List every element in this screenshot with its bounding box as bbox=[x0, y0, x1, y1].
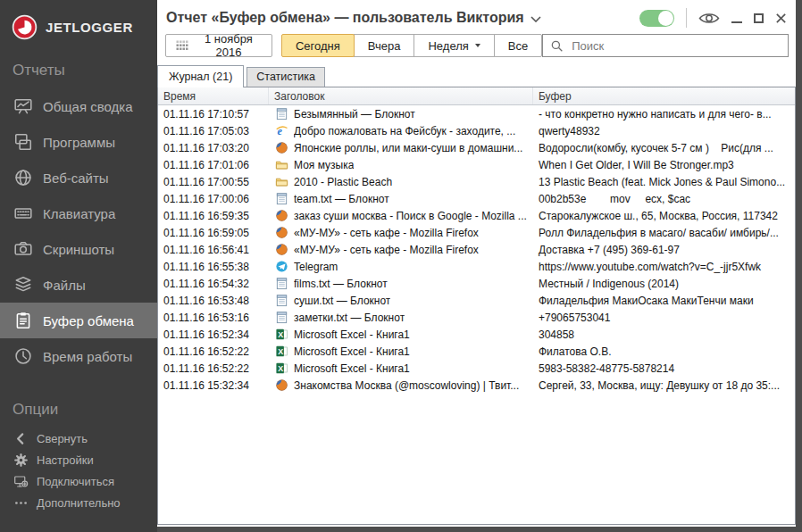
date-label: 1 ноября 2016 bbox=[196, 32, 262, 59]
table-row[interactable]: 01.11.16 17:05:03eДобро пожаловать на Фе… bbox=[158, 122, 795, 139]
tab-journal[interactable]: Журнал (21) bbox=[157, 65, 244, 87]
notepad-icon bbox=[275, 277, 288, 290]
notepad-icon bbox=[275, 107, 288, 121]
date-picker-button[interactable]: 1 ноября 2016 bbox=[165, 34, 272, 57]
cell-buffer: 5983-58382-48775-5878214 bbox=[533, 362, 795, 375]
cell-time: 01.11.16 15:32:34 bbox=[158, 379, 269, 392]
cell-title: Знакомства Москва (@moscowloving) | Твит… bbox=[269, 378, 533, 392]
cell-title: заметки.txt — Блокнот bbox=[269, 311, 533, 324]
table-row[interactable]: 01.11.16 15:32:34Знакомства Москва (@mos… bbox=[158, 377, 795, 394]
table-row[interactable]: 01.11.16 17:00:06team.txt — Блокнот00b2b… bbox=[158, 190, 795, 207]
firefox-icon bbox=[275, 378, 288, 392]
cell-buffer: When I Get Older, I Will Be Stronger.mp3 bbox=[533, 159, 795, 171]
cell-buffer: +79065753041 bbox=[533, 312, 795, 324]
toggle-knob bbox=[658, 11, 673, 26]
visibility-eye-button[interactable] bbox=[698, 9, 720, 27]
cell-title: team.txt — Блокнот bbox=[269, 192, 533, 205]
table-row[interactable]: 01.11.16 16:55:38Telegramhttps://www.you… bbox=[158, 258, 795, 275]
cell-buffer: Водоросли(комбу, кусочек 5-7 см ) Рис(дл… bbox=[533, 142, 795, 154]
table-row[interactable]: 01.11.16 16:52:34XMicrosoft Excel - Книг… bbox=[158, 326, 795, 343]
sidebar-item-label: Программы bbox=[43, 135, 115, 150]
cell-time: 01.11.16 17:01:06 bbox=[158, 159, 269, 171]
column-header-title[interactable]: Заголовок bbox=[269, 87, 533, 104]
table-row[interactable]: 01.11.16 16:52:22XMicrosoft Excel - Книг… bbox=[158, 343, 795, 360]
cell-time: 01.11.16 17:00:06 bbox=[158, 193, 269, 205]
filter-all-button[interactable]: Все bbox=[494, 34, 542, 57]
table-row[interactable]: 01.11.16 17:03:20Японские роллы, или мак… bbox=[158, 139, 795, 156]
page-title[interactable]: Отчет «Буфер обмена» — пользователь Викт… bbox=[166, 10, 541, 26]
clock-icon bbox=[13, 346, 33, 367]
sidebar-item-files[interactable]: Файлы bbox=[0, 267, 157, 303]
table-row[interactable]: 01.11.16 16:52:22XMicrosoft Excel - Книг… bbox=[158, 360, 795, 377]
excel-icon: X bbox=[275, 328, 288, 341]
column-header-buffer[interactable]: Буфер bbox=[533, 87, 795, 104]
search-box bbox=[542, 34, 789, 57]
sidebar-item-connect[interactable]: Подключиться bbox=[0, 470, 157, 492]
minimize-button[interactable] bbox=[731, 9, 742, 27]
layers-icon bbox=[13, 275, 33, 295]
divider bbox=[686, 8, 687, 28]
sidebar-item-keyboard[interactable]: Клавиатура bbox=[0, 195, 157, 231]
window-title-text: «МУ-МУ» - сеть кафе - Mozilla Firefox bbox=[294, 227, 479, 239]
cell-time: 01.11.16 16:52:22 bbox=[158, 362, 269, 375]
table-row[interactable]: 01.11.16 16:53:16заметки.txt — Блокнот+7… bbox=[158, 309, 795, 326]
ellipsis-icon bbox=[13, 495, 29, 511]
filter-yesterday-button[interactable]: Вчера bbox=[354, 34, 415, 57]
cell-buffer: 304858 bbox=[533, 328, 795, 341]
firefox-icon bbox=[275, 226, 288, 239]
chevron-down-icon bbox=[475, 44, 480, 47]
toolbar: 1 ноября 2016 СегодняВчераНеделяВсе bbox=[157, 31, 796, 65]
table-row[interactable]: 01.11.16 17:10:57Безымянный — Блокнот- ч… bbox=[158, 105, 795, 122]
sidebar-item-programs[interactable]: Программы bbox=[0, 124, 157, 160]
cell-time: 01.11.16 16:55:38 bbox=[158, 261, 269, 273]
tab-stats[interactable]: Статистика bbox=[246, 67, 325, 87]
cell-buffer: Филадельфия МакиОсака МакиТенчи маки bbox=[533, 295, 795, 307]
table-row[interactable]: 01.11.16 16:56:41«МУ-МУ» - сеть кафе - M… bbox=[158, 241, 795, 258]
search-input[interactable] bbox=[570, 38, 781, 54]
cell-buffer: Ролл Филадельфия в масаго/ васаби/ имбир… bbox=[533, 227, 795, 239]
cell-title: заказ суши москва - Поиск в Google - Moz… bbox=[269, 209, 533, 222]
window-title-text: Microsoft Excel - Книга1 bbox=[294, 328, 410, 341]
camera-icon bbox=[13, 239, 33, 260]
close-icon bbox=[775, 12, 787, 24]
filter-today-button[interactable]: Сегодня bbox=[281, 34, 355, 57]
cell-time: 01.11.16 16:59:35 bbox=[158, 210, 269, 222]
monitoring-toggle[interactable] bbox=[639, 10, 674, 27]
sidebar-item-screenshots[interactable]: Скриншоты bbox=[0, 231, 157, 267]
cell-buffer: Старокалужское ш., 65, Москва, Россия, 1… bbox=[533, 210, 795, 222]
window-title-text: team.txt — Блокнот bbox=[294, 193, 389, 205]
filter-week-button[interactable]: Неделя bbox=[414, 34, 494, 57]
app-logo-text: JETLOGGER bbox=[46, 20, 133, 35]
table-body: 01.11.16 17:10:57Безымянный — Блокнот- ч… bbox=[158, 105, 795, 524]
window-title-text: Microsoft Excel - Книга1 bbox=[294, 362, 410, 375]
filter-button-label: Все bbox=[508, 39, 528, 53]
close-button[interactable] bbox=[775, 9, 787, 27]
maximize-button[interactable] bbox=[754, 9, 764, 27]
column-header-time[interactable]: Время bbox=[158, 87, 269, 104]
sidebar-item-websites[interactable]: Веб-сайты bbox=[0, 160, 157, 195]
notepad-icon bbox=[275, 192, 288, 205]
cell-time: 01.11.16 17:00:55 bbox=[158, 176, 269, 188]
sidebar-item-collapse[interactable]: Свернуть bbox=[0, 428, 157, 449]
table-row[interactable]: 01.11.16 16:59:35заказ суши москва - Пои… bbox=[158, 207, 795, 224]
filter-button-label: Сегодня bbox=[296, 39, 340, 53]
window-title-text: Добро пожаловать на Фейсбук - заходите, … bbox=[294, 125, 515, 137]
sidebar-item-settings[interactable]: Настройки bbox=[0, 449, 157, 470]
sidebar-item-clipboard[interactable]: Буфер обмена bbox=[0, 303, 157, 338]
cell-title: eДобро пожаловать на Фейсбук - заходите,… bbox=[269, 124, 533, 137]
cell-title: Японские роллы, или маки-суши в домашни.… bbox=[269, 141, 533, 154]
table-row[interactable]: 01.11.16 17:01:06Моя музыкаWhen I Get Ol… bbox=[158, 156, 795, 173]
cell-title: «МУ-МУ» - сеть кафе - Mozilla Firefox bbox=[269, 243, 533, 256]
sidebar-item-summary[interactable]: Общая сводка bbox=[0, 88, 157, 124]
app-logo: JETLOGGER bbox=[0, 0, 157, 40]
sidebar-item-more[interactable]: Дополнительно bbox=[0, 492, 157, 513]
globe-icon bbox=[13, 168, 33, 188]
sidebar-item-label: Дополнительно bbox=[37, 496, 121, 510]
sidebar-item-worktime[interactable]: Время работы bbox=[0, 338, 157, 374]
table-row[interactable]: 01.11.16 16:59:05«МУ-МУ» - сеть кафе - M… bbox=[158, 224, 795, 241]
cell-time: 01.11.16 17:10:57 bbox=[158, 108, 269, 121]
table-row[interactable]: 01.11.16 16:54:32films.txt — БлокнотМест… bbox=[158, 275, 795, 292]
jetlogger-logo-icon bbox=[12, 14, 38, 40]
table-row[interactable]: 01.11.16 16:53:48суши.txt — БлокнотФилад… bbox=[158, 292, 795, 309]
table-row[interactable]: 01.11.16 17:00:552010 - Plastic Beach13 … bbox=[158, 173, 795, 190]
